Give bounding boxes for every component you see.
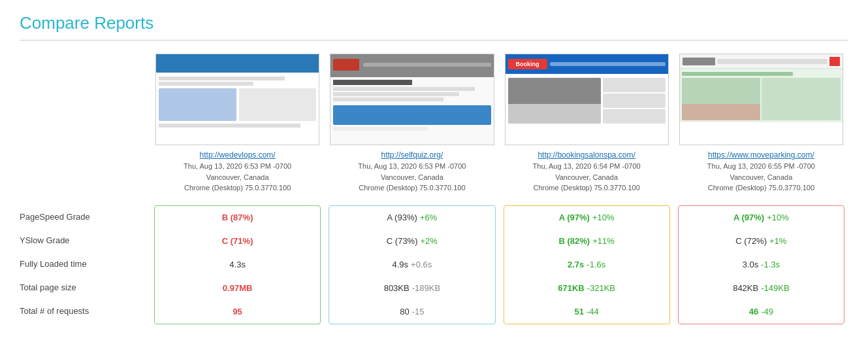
empty-label-col <box>20 54 150 194</box>
metric-pagespeed-3: A (97%) +10% <box>511 206 663 230</box>
title-divider <box>20 40 848 41</box>
page-title: Compare Reports <box>20 13 848 33</box>
screenshot-2[interactable] <box>330 54 494 145</box>
label-pagespeed: PageSpeed Grade <box>20 205 150 229</box>
metric-requests-3: 51 -44 <box>511 300 663 324</box>
screenshot-1[interactable] <box>155 54 319 145</box>
metric-yslow-2: C (73%) +2% <box>336 230 488 253</box>
label-yslow: YSlow Grade <box>20 229 150 252</box>
site-url-4[interactable]: https://www.moveparking.com/ <box>679 150 843 160</box>
site-url-3[interactable]: http://bookingsalonspa.com/ <box>505 150 669 160</box>
metric-requests-1: 95 <box>161 300 313 324</box>
metric-requests-4: 46 -49 <box>685 300 837 324</box>
site-col-2: http://selfquiz.org/ Thu, Aug 13, 2020 6… <box>325 54 499 194</box>
site-col-4: https://www.moveparking.com/ Thu, Aug 13… <box>674 54 848 194</box>
label-loaded: Fully Loaded time <box>20 252 150 276</box>
metric-yslow-4: C (72%) +1% <box>685 230 837 253</box>
metric-loaded-3: 2.7s -1.6s <box>511 253 663 277</box>
site-col-3: Booking http://bookingsalonspa.com/ <box>500 54 674 194</box>
metric-yslow-1: C (71%) <box>161 230 313 253</box>
screenshot-4[interactable] <box>679 54 843 145</box>
label-requests: Total # of requests <box>20 299 150 323</box>
site-info-2: Thu, Aug 13, 2020 6:53 PM -0700 Vancouve… <box>330 161 494 194</box>
metric-loaded-1: 4.3s <box>161 253 313 277</box>
metric-pagespeed-4: A (97%) +10% <box>685 206 837 230</box>
metric-pagesize-4: 842KB -149KB <box>685 277 837 300</box>
metrics-box-1: B (87%) C (71%) 4.3s 0.97MB 95 <box>154 205 321 324</box>
site-info-1: Thu, Aug 13, 2020 6:53 PM -0700 Vancouve… <box>155 161 319 194</box>
site-info-4: Thu, Aug 13, 2020 6:55 PM -0700 Vancouve… <box>679 161 843 194</box>
site-url-2[interactable]: http://selfquiz.org/ <box>330 150 494 160</box>
metric-requests-2: 80 -15 <box>336 300 488 324</box>
metric-pagesize-3: 671KB -321KB <box>511 277 663 300</box>
metrics-box-3: A (97%) +10% B (82%) +11% 2.7s -1.6s 671… <box>504 205 670 324</box>
metric-yslow-3: B (82%) +11% <box>511 230 663 253</box>
metric-loaded-2: 4.9s +0.6s <box>336 253 488 277</box>
metric-pagesize-2: 803KB -189KB <box>336 277 488 300</box>
metric-loaded-4: 3.0s -1.3s <box>685 253 837 277</box>
site-url-1[interactable]: http://wedevlops.com/ <box>155 150 319 160</box>
metric-pagespeed-2: A (93%) +6% <box>336 206 488 230</box>
metric-labels-col: PageSpeed Grade YSlow Grade Fully Loaded… <box>20 205 150 324</box>
metrics-box-4: A (97%) +10% C (72%) +1% 3.0s -1.3s 842K… <box>678 205 844 324</box>
metric-pagesize-1: 0.97MB <box>161 277 313 300</box>
site-col-1: http://wedevlops.com/ Thu, Aug 13, 2020 … <box>150 54 325 194</box>
site-info-3: Thu, Aug 13, 2020 6:54 PM -0700 Vancouve… <box>505 161 669 194</box>
label-pagesize: Total page size <box>20 276 150 299</box>
metrics-box-2: A (93%) +6% C (73%) +2% 4.9s +0.6s 803KB… <box>329 205 495 324</box>
metric-pagespeed-1: B (87%) <box>161 206 313 230</box>
screenshot-3[interactable]: Booking <box>505 54 669 145</box>
